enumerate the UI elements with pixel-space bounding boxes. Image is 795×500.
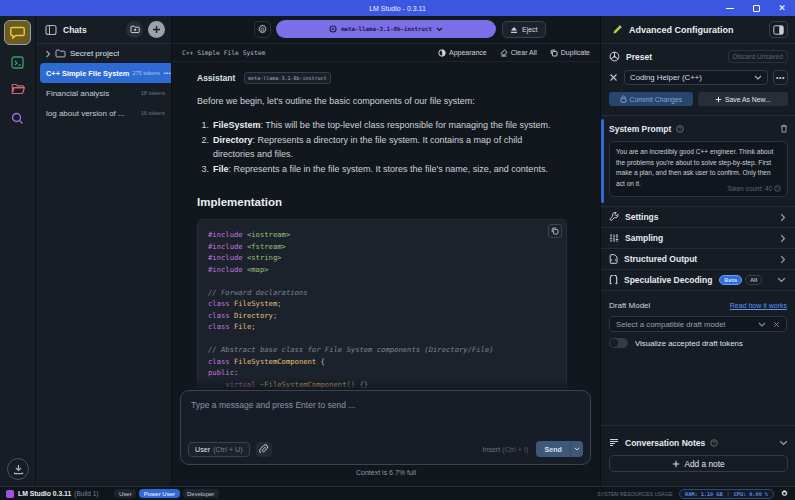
system-prompt-label: System Prompt	[609, 124, 671, 134]
clear-all-button[interactable]: Clear All	[500, 49, 537, 57]
minimize-button[interactable]	[717, 0, 743, 16]
role-toggle-shortcut: (Ctrl + U)	[213, 445, 242, 454]
nav-developer-button[interactable]	[4, 50, 31, 75]
system-prompt-section: System Prompt ? You are an incredibly go…	[601, 116, 795, 207]
section-label: Structured Output	[624, 254, 697, 264]
folder-name: Secret project	[70, 49, 119, 58]
conversation-tokens: 275 tokens	[129, 70, 159, 76]
assistant-message: Before we begin, let's outline the basic…	[197, 94, 565, 400]
downloads-button[interactable]	[7, 458, 29, 480]
discard-unsaved-button[interactable]: Discard Unsaved	[728, 50, 788, 63]
beta-badge[interactable]: Beta	[719, 275, 742, 285]
folder-outline-icon	[55, 49, 66, 58]
token-count: Token count: 40 ?	[727, 185, 781, 192]
code-type: FileSystem	[234, 299, 277, 308]
code-string: <map>	[247, 265, 269, 274]
loaded-model-selector[interactable]: meta-llama-3.1-8b-instruct	[276, 20, 496, 38]
preset-section: Preset Discard Unsaved Coding Helper (C+…	[601, 44, 795, 116]
help-icon: ?	[710, 439, 718, 447]
nav-models-button[interactable]	[4, 76, 31, 101]
copy-code-button[interactable]	[548, 224, 562, 238]
nav-discover-button[interactable]	[4, 106, 31, 131]
info-icon: ?	[774, 185, 781, 192]
plus-icon	[152, 25, 161, 34]
sidebar-panel-icon[interactable]	[45, 24, 57, 36]
close-button[interactable]: ✕	[769, 0, 795, 16]
chat-pane: meta-llama-3.1-8b-instruct Eject C++ Sim…	[172, 16, 600, 486]
visualize-tokens-toggle[interactable]	[609, 338, 628, 348]
section-structured-output[interactable]: Structured Output	[601, 249, 795, 270]
copy-icon	[550, 49, 558, 57]
code-content: #include <iostream> #include <fstream> #…	[208, 229, 556, 390]
message-content: Assistant meta-llama-3.1-8b-instruct Bef…	[172, 62, 600, 400]
clear-system-prompt-button[interactable]	[780, 124, 788, 133]
conversation-item[interactable]: log about version of ... 16 tokens	[36, 103, 171, 123]
window-controls: ✕	[717, 0, 795, 16]
list-item-body: : Represents a directory in the file sys…	[213, 135, 522, 160]
system-prompt-text: You are an incredibly good C++ engineer.…	[616, 147, 781, 189]
conversation-tokens: 18 tokens	[138, 90, 165, 96]
composer-area: Type a message and press Enter to send .…	[172, 378, 600, 486]
clear-all-label: Clear All	[511, 49, 537, 56]
new-folder-button[interactable]	[126, 21, 143, 38]
list-item-number: 2.	[197, 133, 213, 162]
appearance-label: Appearance	[449, 49, 487, 56]
insert-button[interactable]: Insert (Ctrl + I)	[482, 445, 528, 454]
clear-preset-icon[interactable]	[609, 73, 618, 82]
section-speculative-decoding[interactable]: Speculative Decoding Beta All	[601, 270, 795, 291]
mode-power-user[interactable]: Power User	[139, 489, 179, 498]
code-comment: // Abstract base class for File System c…	[208, 345, 494, 354]
preset-more-button[interactable]: •••	[773, 70, 788, 85]
conversation-menu-icon[interactable]: •••	[164, 71, 171, 75]
preset-value: Coding Helper (C++)	[630, 73, 702, 82]
gear-icon	[257, 24, 268, 35]
appearance-button[interactable]: Appearance	[438, 49, 487, 57]
duplicate-button[interactable]: Duplicate	[550, 49, 590, 57]
collapse-panel-button[interactable]	[769, 21, 788, 38]
code-string: <fstream>	[247, 242, 286, 251]
conversation-title: log about version of ...	[46, 109, 125, 118]
section-settings[interactable]: Settings	[601, 207, 795, 228]
conversation-title: Financial analysis	[46, 89, 109, 98]
code-string: <iostream>	[247, 230, 290, 239]
system-prompt-textarea[interactable]: You are an incredibly good C++ engineer.…	[609, 141, 788, 197]
assistant-model-badge[interactable]: meta-llama-3.1-8b-instruct	[244, 72, 330, 84]
new-chat-button[interactable]	[148, 21, 165, 38]
send-label: Send	[536, 445, 570, 454]
chevron-down-icon[interactable]	[779, 440, 788, 446]
add-note-button[interactable]: Add a note	[609, 455, 788, 472]
model-settings-button[interactable]	[254, 21, 271, 38]
sidebar-title: Chats	[63, 25, 87, 35]
code-keyword: #include	[208, 242, 243, 251]
role-toggle-label: User	[195, 445, 210, 454]
save-as-new-button[interactable]: Save As New...	[698, 92, 788, 106]
settings-gear-button[interactable]	[780, 489, 789, 498]
read-how-it-works-link[interactable]: Read how it works	[730, 302, 787, 309]
chats-sidebar: Chats Secret project C++ Simple	[36, 16, 172, 486]
message-input[interactable]: Type a message and press Enter to send .…	[180, 390, 591, 465]
sidebar-folder-secret-project[interactable]: Secret project	[36, 44, 171, 63]
nav-chat-button[interactable]	[4, 20, 31, 45]
lm-studio-window: LM Studio - 0.3.11 ✕	[0, 0, 795, 500]
maximize-button[interactable]	[743, 0, 769, 16]
send-button[interactable]: Send	[536, 441, 583, 457]
preset-select[interactable]: Coding Helper (C++)	[624, 70, 768, 85]
clear-icon[interactable]	[773, 321, 780, 328]
eject-model-button[interactable]: Eject	[502, 21, 546, 38]
caret-down-icon	[574, 447, 580, 451]
role-toggle-button[interactable]: User (Ctrl + U)	[188, 442, 250, 457]
send-options-caret[interactable]	[570, 441, 583, 457]
section-sampling[interactable]: Sampling	[601, 228, 795, 249]
commit-changes-button[interactable]: Commit Changes	[609, 92, 693, 106]
all-badge[interactable]: All	[745, 275, 762, 285]
conversation-item-selected[interactable]: C++ Simple File System 275 tokens •••	[40, 63, 171, 83]
attach-file-button[interactable]	[256, 442, 272, 457]
resources-usage-pill[interactable]: RAM: 1.10 GB | CPU: 0.00 %	[679, 489, 774, 499]
user-mode-switcher: User Power User Developer	[114, 489, 218, 498]
mode-developer[interactable]: Developer	[183, 489, 219, 498]
mode-user[interactable]: User	[114, 489, 136, 498]
draft-model-select[interactable]: Select a compatible draft model	[609, 316, 787, 332]
conversation-item[interactable]: Financial analysis 18 tokens	[36, 83, 171, 103]
message-intro: Before we begin, let's outline the basic…	[197, 94, 565, 108]
eject-icon	[510, 26, 518, 34]
